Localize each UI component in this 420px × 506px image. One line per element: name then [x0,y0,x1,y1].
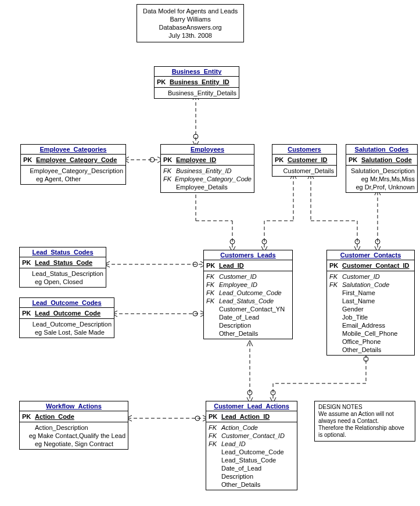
svg-point-3 [150,157,155,162]
note-line: Therefore the Relationship above [318,425,411,432]
entity-title: Lead_Outcome_Codes [20,298,114,308]
svg-point-21 [193,311,198,316]
svg-point-29 [364,357,368,361]
svg-point-17 [375,239,380,244]
header-line2: Barry Williams [143,15,238,23]
entity-title: Business_Entity [155,67,239,77]
svg-point-1 [193,134,198,139]
header-line3: DatabaseAnswers.org [143,23,238,31]
entity-title: Salutation_Codes [346,145,417,155]
svg-point-19 [193,262,198,267]
entity-customers: Customers PKCustomer_ID Customer_Details [272,144,337,177]
entity-salutation-codes: Salutation_Codes PKSalutation_Code Salut… [346,144,418,193]
svg-point-15 [355,239,360,244]
entity-title: Employees [161,145,254,155]
note-line: always need a Contact. [318,418,411,425]
entity-employees: Employees PKEmployee_ID FKBusiness_Entit… [160,144,254,193]
svg-point-11 [262,239,267,244]
entity-title: Customers [272,145,336,155]
entity-workflow-actions: Workflow_Actions PKAction_Code Action_De… [19,401,128,450]
entity-employee-categories: Employee_Categories PKEmployee_Category_… [20,144,126,185]
entity-customer-contacts: Customer_Contacts PKCustomer_Contact_ID … [326,250,415,356]
entity-customer-lead-actions: Customer_Lead_Actions PKLead_Action_ID F… [206,401,297,490]
svg-point-30 [271,390,275,395]
entity-title: Customer_Contacts [327,250,414,260]
note-line: DESIGN NOTES [318,404,411,411]
svg-point-25 [247,390,252,395]
svg-point-7 [230,239,235,244]
note-line: We assume an Action will not [318,411,411,418]
entity-lead-outcome-codes: Lead_Outcome_Codes PKLead_Outcome_Code L… [19,297,114,338]
entity-title: Workflow_Actions [20,401,128,411]
entity-title: Customer_Lead_Actions [206,401,297,411]
header-infobox: Data Model for Agents and Leads Barry Wi… [137,4,244,42]
design-notes: DESIGN NOTES We assume an Action will no… [314,401,415,442]
entity-customers-leads: Customers_Leads PKLead_ID FKCustomer_ID … [203,250,293,339]
entity-title: Customers_Leads [204,250,292,260]
note-line: is optional. [318,432,411,439]
header-line4: July 13th. 2008 [143,31,238,40]
svg-point-23 [195,416,200,421]
entity-title: Lead_Status_Codes [20,247,106,257]
entity-title: Employee_Categories [21,145,125,155]
entity-business-entity: Business_Entity PKBusiness_Entity_ID Bus… [154,66,239,99]
entity-lead-status-codes: Lead_Status_Codes PKLead_Status_Code Lea… [19,247,106,288]
header-line1: Data Model for Agents and Leads [143,7,238,15]
